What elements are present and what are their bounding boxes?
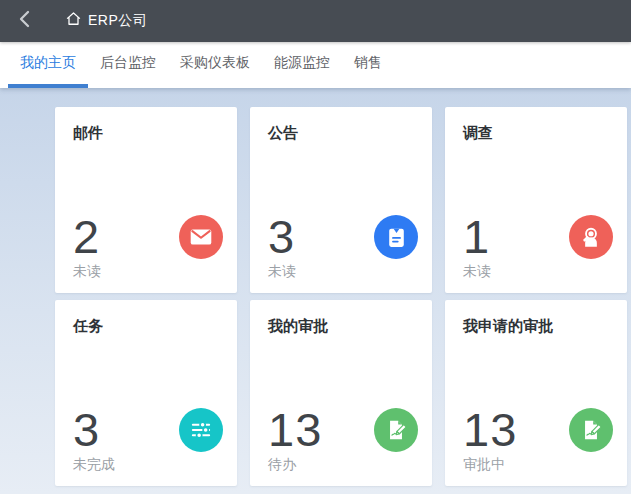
- card-title: 我的审批: [268, 317, 414, 336]
- stat-card-1[interactable]: 公告 3 未读: [250, 107, 432, 293]
- card-title: 任务: [73, 317, 219, 336]
- tab-2[interactable]: 采购仪表板: [168, 42, 262, 88]
- edit-doc-icon: [569, 408, 613, 452]
- tab-bar: 我的主页 后台监控 采购仪表板 能源监控 销售: [0, 42, 631, 88]
- tab-label: 我的主页: [20, 54, 76, 72]
- mail-icon: [179, 215, 223, 259]
- card-grid: 邮件 2 未读 公告 3 未读 调查 1 未读 任务 3 未完成 我的审批 13…: [55, 107, 631, 486]
- card-sublabel: 待办: [268, 456, 296, 474]
- stat-card-3[interactable]: 任务 3 未完成: [55, 300, 237, 486]
- stat-card-4[interactable]: 我的审批 13 待办: [250, 300, 432, 486]
- home-button[interactable]: ERP公司: [64, 10, 147, 32]
- app-header: ERP公司: [0, 0, 631, 42]
- stat-card-0[interactable]: 邮件 2 未读: [55, 107, 237, 293]
- card-sublabel: 未读: [73, 263, 101, 281]
- tab-3[interactable]: 能源监控: [262, 42, 342, 88]
- tab-label: 后台监控: [100, 54, 156, 72]
- card-value: 3: [73, 406, 100, 453]
- chevron-left-icon: [16, 9, 33, 33]
- card-value: 13: [268, 406, 322, 453]
- tab-0[interactable]: 我的主页: [8, 42, 88, 88]
- clipboard-icon: [374, 215, 418, 259]
- card-value: 1: [463, 213, 490, 260]
- back-button[interactable]: [0, 0, 40, 42]
- tab-label: 能源监控: [274, 54, 330, 72]
- card-sublabel: 审批中: [463, 456, 505, 474]
- stat-card-5[interactable]: 我申请的审批 13 审批中: [445, 300, 627, 486]
- card-sublabel: 未完成: [73, 456, 115, 474]
- card-value: 2: [73, 213, 100, 260]
- tab-label: 采购仪表板: [180, 54, 250, 72]
- sliders-icon: [179, 408, 223, 452]
- survey-icon: [569, 215, 613, 259]
- tab-1[interactable]: 后台监控: [88, 42, 168, 88]
- home-icon: [64, 10, 83, 32]
- page-title: ERP公司: [88, 12, 147, 30]
- card-title: 邮件: [73, 124, 219, 143]
- card-sublabel: 未读: [463, 263, 491, 281]
- tab-4[interactable]: 销售: [342, 42, 394, 88]
- card-title: 我申请的审批: [463, 317, 609, 336]
- edit-doc-icon: [374, 408, 418, 452]
- tab-label: 销售: [354, 54, 382, 72]
- card-title: 调查: [463, 124, 609, 143]
- dashboard-content: 邮件 2 未读 公告 3 未读 调查 1 未读 任务 3 未完成 我的审批 13…: [0, 88, 631, 494]
- card-value: 13: [463, 406, 517, 453]
- card-value: 3: [268, 213, 295, 260]
- stat-card-2[interactable]: 调查 1 未读: [445, 107, 627, 293]
- card-sublabel: 未读: [268, 263, 296, 281]
- card-title: 公告: [268, 124, 414, 143]
